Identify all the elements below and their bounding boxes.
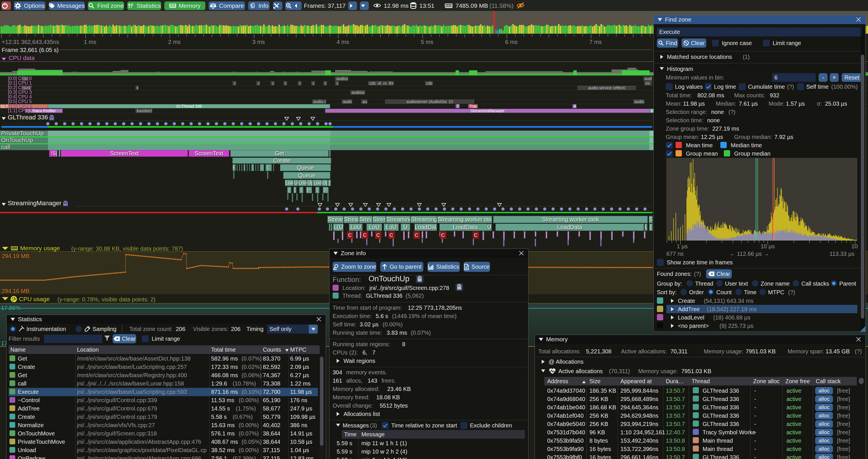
svg-text:C: C xyxy=(390,232,393,238)
svg-text:C: C xyxy=(376,232,380,238)
svg-text:C: C xyxy=(363,232,367,238)
svg-text:C: C xyxy=(441,232,445,238)
svg-text:C: C xyxy=(415,232,418,238)
svg-text:C: C xyxy=(348,232,351,238)
svg-text:C: C xyxy=(474,232,477,238)
